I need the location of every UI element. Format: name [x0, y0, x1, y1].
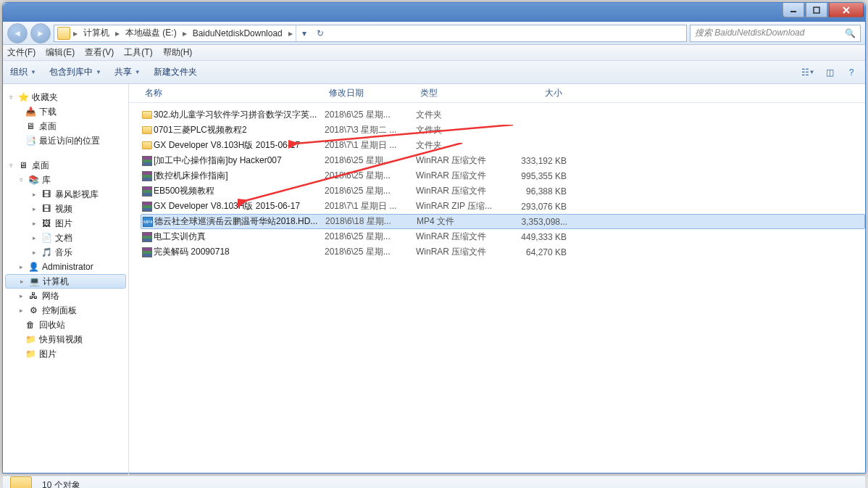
- menu-help[interactable]: 帮助(H): [163, 46, 193, 59]
- image-icon: 🖼: [41, 218, 52, 229]
- sidebar-desktop[interactable]: 🖥桌面: [3, 119, 128, 133]
- status-text: 10 个对象: [42, 479, 80, 488]
- sidebar-downloads[interactable]: 📥下载: [3, 104, 128, 119]
- back-button[interactable]: ◄: [7, 23, 28, 44]
- file-row[interactable]: 302.幼儿童学习软件学习拼音数学汉字英...2018\6\25 星期...文件…: [141, 107, 865, 123]
- chevron-down-icon: ▼: [135, 69, 141, 75]
- menu-file[interactable]: 文件(F): [7, 46, 36, 59]
- music-icon: 🎵: [41, 247, 52, 258]
- file-name: 电工实训仿真: [154, 231, 325, 243]
- titlebar[interactable]: [3, 3, 865, 22]
- sidebar-favorites[interactable]: ▿⭐收藏夹: [3, 90, 128, 104]
- controlpanel-icon: ⚙: [28, 305, 39, 316]
- file-row[interactable]: EB500视频教程2018\6\25 星期...WinRAR 压缩文件96,38…: [141, 183, 865, 199]
- col-type[interactable]: 类型: [416, 87, 501, 99]
- maximize-button[interactable]: [806, 3, 827, 17]
- file-type: 文件夹: [416, 124, 501, 136]
- share-button[interactable]: 共享▼: [114, 66, 141, 78]
- close-button[interactable]: [829, 3, 864, 17]
- chevron-down-icon: ▼: [96, 69, 101, 75]
- folder-icon: [10, 476, 33, 489]
- history-dropdown[interactable]: ▾: [296, 25, 312, 41]
- col-size[interactable]: 大小: [501, 87, 567, 99]
- library-icon: 📚: [28, 174, 39, 186]
- sidebar-cpanel[interactable]: ▸⚙控制面板: [3, 303, 128, 318]
- col-name[interactable]: 名称: [141, 87, 325, 99]
- breadcrumb-segment[interactable]: BaiduNetdiskDownload: [190, 28, 285, 38]
- sidebar-item[interactable]: 📁图片: [3, 347, 128, 361]
- col-date[interactable]: 修改日期: [325, 87, 416, 99]
- chevron-right-icon[interactable]: ▸: [287, 28, 294, 38]
- document-icon: 📄: [41, 232, 52, 244]
- chevron-down-icon: ▼: [30, 69, 36, 75]
- menu-edit[interactable]: 编辑(E): [46, 46, 75, 59]
- forward-button[interactable]: ►: [30, 23, 51, 44]
- sidebar-network[interactable]: ▸🖧网络: [3, 289, 128, 303]
- file-name: 302.幼儿童学习软件学习拼音数学汉字英...: [154, 109, 325, 121]
- folder-icon: 📁: [25, 334, 36, 345]
- file-row[interactable]: [加工中心操作指南]by Hacker0072018\6\25 星期...Win…: [141, 153, 865, 168]
- sidebar-computer[interactable]: ▸💻计算机: [5, 274, 126, 289]
- file-date: 2018\7\1 星期日 ...: [325, 200, 416, 212]
- file-row[interactable]: 完美解码 200907182018\6\25 星期...WinRAR 压缩文件6…: [141, 244, 865, 260]
- organize-button[interactable]: 组织▼: [10, 66, 36, 78]
- recent-icon: 📑: [25, 135, 36, 146]
- sidebar-item[interactable]: ▸🎞视频: [3, 202, 128, 216]
- chevron-right-icon[interactable]: ▸: [72, 28, 79, 38]
- sidebar: ▿⭐收藏夹 📥下载 🖥桌面 📑最近访问的位置 ▿🖥桌面 ▿📚库 ▸🎞暴风影视库 …: [3, 84, 129, 476]
- star-icon: ⭐: [17, 91, 29, 103]
- file-list: 名称 修改日期 类型 大小 302.幼儿童学习软件学习拼音数学汉字英...201…: [129, 84, 865, 476]
- search-icon[interactable]: 🔍: [845, 28, 856, 38]
- help-button[interactable]: ?: [845, 67, 858, 78]
- file-size: 96,388 KB: [501, 186, 567, 197]
- include-button[interactable]: 包含到库中▼: [49, 66, 101, 78]
- file-date: 2018\6\18 星期...: [325, 215, 417, 228]
- search-input[interactable]: 搜索 BaiduNetdiskDownload🔍: [690, 25, 861, 42]
- computer-icon: 💻: [28, 276, 40, 287]
- archive-icon: [141, 186, 154, 197]
- minimize-button[interactable]: [783, 3, 804, 17]
- sidebar-libraries[interactable]: ▿📚库: [3, 173, 128, 187]
- sidebar-item[interactable]: ▸🖼图片: [3, 216, 128, 231]
- menu-tools[interactable]: 工具(T): [124, 46, 152, 59]
- sidebar-admin[interactable]: ▸👤Administrator: [3, 260, 128, 274]
- archive-icon: [141, 201, 154, 212]
- file-row[interactable]: GX Developer V8.103H版 2015-06-172018\7\1…: [141, 138, 865, 153]
- file-date: 2018\6\25 星期...: [325, 246, 416, 258]
- refresh-button[interactable]: ↻: [312, 25, 328, 41]
- address-bar[interactable]: ▸ 计算机 ▸ 本地磁盘 (E:) ▸ BaiduNetdiskDownload…: [54, 25, 687, 42]
- menubar: 文件(F) 编辑(E) 查看(V) 工具(T) 帮助(H): [3, 45, 865, 61]
- chevron-right-icon[interactable]: ▸: [181, 28, 188, 38]
- chevron-right-icon[interactable]: ▸: [114, 28, 121, 38]
- breadcrumb-segment[interactable]: 计算机: [80, 27, 112, 39]
- file-name: EB500视频教程: [154, 185, 325, 197]
- file-name: 0701三菱PLC视频教程2: [154, 124, 325, 136]
- breadcrumb-segment[interactable]: 本地磁盘 (E:): [122, 27, 180, 39]
- file-row[interactable]: 电工实训仿真2018\6\25 星期...WinRAR 压缩文件449,333 …: [141, 229, 865, 244]
- file-size: 333,192 KB: [501, 156, 567, 166]
- menu-view[interactable]: 查看(V): [85, 46, 114, 59]
- file-row[interactable]: [数控机床操作指南]2018\6\25 星期...WinRAR 压缩文件995,…: [141, 168, 865, 183]
- folder-icon: [57, 27, 70, 40]
- new-folder-button[interactable]: 新建文件夹: [154, 66, 197, 78]
- sidebar-recycle[interactable]: 🗑回收站: [3, 318, 128, 332]
- sidebar-item[interactable]: ▸🎞暴风影视库: [3, 187, 128, 202]
- sidebar-item[interactable]: ▸🎵音乐: [3, 245, 128, 260]
- file-date: 2018\6\25 星期...: [325, 170, 416, 182]
- sidebar-desktop-root[interactable]: ▿🖥桌面: [3, 158, 128, 173]
- file-row[interactable]: GX Developer V8.103H版 2015-06-172018\7\1…: [141, 199, 865, 214]
- desktop-icon: 🖥: [17, 160, 29, 171]
- file-type: WinRAR 压缩文件: [416, 185, 501, 197]
- view-button[interactable]: ☷ ▼: [801, 67, 814, 78]
- sidebar-recent[interactable]: 📑最近访问的位置: [3, 133, 128, 148]
- sidebar-item[interactable]: ▸📄文档: [3, 231, 128, 245]
- folder-icon: [141, 109, 154, 121]
- video-file-icon: MP4: [141, 216, 154, 228]
- file-row[interactable]: 0701三菱PLC视频教程22018\7\3 星期二 ...文件夹: [141, 123, 865, 138]
- file-row[interactable]: MP4德云社全球巡演岳云鹏温哥华站2018.HD...2018\6\18 星期.…: [141, 214, 865, 229]
- file-type: WinRAR 压缩文件: [416, 170, 501, 182]
- file-date: 2018\6\25 星期...: [325, 154, 416, 167]
- sidebar-item[interactable]: 📁快剪辑视频: [3, 332, 128, 347]
- folder-icon: [141, 125, 154, 136]
- preview-pane-button[interactable]: ◫: [823, 67, 836, 78]
